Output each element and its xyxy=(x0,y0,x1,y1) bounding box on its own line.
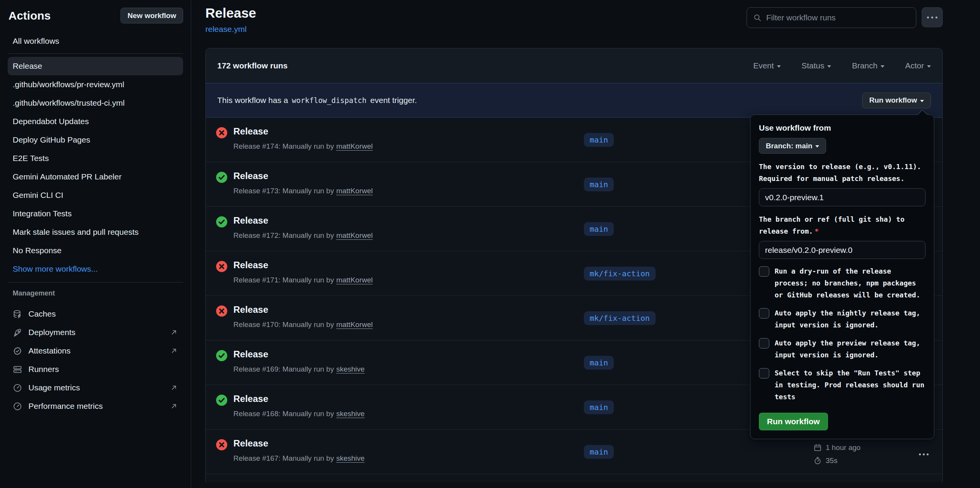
filter-dropdown-label: Event xyxy=(753,61,774,70)
filter-dropdown[interactable]: Event xyxy=(753,61,781,70)
sidebar-management-item[interactable]: Usage metrics xyxy=(8,378,183,397)
sidebar-management-item[interactable]: Attestations xyxy=(8,342,183,360)
run-workflow-submit-button[interactable]: Run workflow xyxy=(759,413,828,430)
calendar-icon xyxy=(813,443,822,452)
management-item-icon xyxy=(13,328,22,337)
ref-input[interactable] xyxy=(759,241,925,259)
sidebar-divider xyxy=(8,282,183,282)
run-options-kebab[interactable] xyxy=(919,453,929,455)
checkbox-label: Select to skip the "Run Tests" step in t… xyxy=(775,367,925,403)
search-icon xyxy=(753,13,762,22)
sidebar-workflow-item[interactable]: Mark stale issues and pull requests xyxy=(8,223,183,241)
workflow-file-link[interactable]: release.yml xyxy=(205,25,246,34)
failure-x-icon xyxy=(216,261,228,272)
sidebar-workflow-label: Dependabot Updates xyxy=(13,117,89,126)
sidebar-management-item[interactable]: Runners xyxy=(8,360,183,378)
actor-link[interactable]: skeshive xyxy=(336,454,365,462)
actor-link[interactable]: mattKorwel xyxy=(336,320,373,329)
sidebar-workflow-item[interactable]: .github/workflows/trusted-ci.yml xyxy=(8,94,183,112)
sidebar-workflow-item[interactable]: E2E Tests xyxy=(8,149,183,168)
chevron-down-icon xyxy=(777,65,781,70)
actor-link[interactable]: mattKorwel xyxy=(336,187,373,195)
branch-badge[interactable]: main xyxy=(584,400,614,414)
run-workflow-dropdown-button[interactable]: Run workflow xyxy=(862,93,931,108)
sidebar-workflow-item[interactable]: No Response xyxy=(8,241,183,260)
filter-dropdown[interactable]: Actor xyxy=(905,61,931,70)
management-item-icon xyxy=(13,402,22,411)
branch-select-button[interactable]: Branch: main xyxy=(759,138,826,154)
branch-badge[interactable]: mk/fix-action xyxy=(584,311,656,325)
filter-workflow-runs-box xyxy=(747,7,916,28)
external-link-icon xyxy=(170,328,178,337)
management-item-label: Caches xyxy=(28,309,56,319)
actor-link[interactable]: mattKorwel xyxy=(336,142,373,150)
branch-badge[interactable]: main xyxy=(584,356,614,370)
run-description: Release #172: Manually run bymattKorwel xyxy=(233,231,373,240)
branch-badge[interactable]: main xyxy=(584,445,614,459)
show-more-workflows-link[interactable]: Show more workflows... xyxy=(8,260,183,278)
required-asterisk: * xyxy=(815,227,819,235)
filter-dropdown[interactable]: Status xyxy=(802,61,831,70)
sidebar-workflow-label: Gemini Automated PR Labeler xyxy=(13,172,122,181)
filter-workflow-runs-input[interactable] xyxy=(766,13,910,22)
workflow-input-checkbox-row[interactable]: Auto apply the preview release tag, inpu… xyxy=(759,337,925,361)
run-description: Release #169: Manually run byskeshive xyxy=(233,365,365,373)
sidebar-workflow-item[interactable]: Gemini Automated PR Labeler xyxy=(8,168,183,186)
sidebar-workflow-item[interactable]: Release xyxy=(8,57,183,75)
version-input[interactable] xyxy=(759,188,925,206)
checkbox-label: Run a dry-run of the release process; no… xyxy=(775,265,925,301)
branch-badge[interactable]: main xyxy=(584,222,614,236)
workflow-input-checkbox-row[interactable]: Run a dry-run of the release process; no… xyxy=(759,265,925,301)
run-title-link[interactable]: Release xyxy=(233,126,268,137)
checkbox[interactable] xyxy=(759,308,769,319)
actor-link[interactable]: mattKorwel xyxy=(336,276,373,284)
actor-link[interactable]: mattKorwel xyxy=(336,231,373,239)
success-check-icon xyxy=(216,350,228,362)
checkbox[interactable] xyxy=(759,338,769,349)
actor-link[interactable]: skeshive xyxy=(336,410,365,418)
failure-x-icon xyxy=(216,127,228,139)
sidebar-item-all-workflows[interactable]: All workflows xyxy=(8,32,183,50)
run-title-link[interactable]: Release xyxy=(233,349,268,360)
chevron-down-icon xyxy=(827,65,831,70)
sidebar-divider xyxy=(8,53,183,54)
run-title-link[interactable]: Release xyxy=(233,171,268,181)
run-title-link[interactable]: Release xyxy=(233,438,268,449)
checkbox[interactable] xyxy=(759,368,769,378)
sidebar-workflow-label: .github/workflows/pr-review.yml xyxy=(13,80,124,89)
workflow-input-checkbox-row[interactable]: Auto apply the nightly release tag, inpu… xyxy=(759,307,925,331)
run-title-link[interactable]: Release xyxy=(233,215,268,226)
sidebar-workflow-item[interactable]: .github/workflows/pr-review.yml xyxy=(8,75,183,94)
banner-text: This workflow has a workflow_dispatch ev… xyxy=(217,96,417,105)
run-title-link[interactable]: Release xyxy=(233,260,268,271)
panel-heading: Use workflow from xyxy=(759,123,925,133)
run-title-link[interactable]: Release xyxy=(233,304,268,315)
sidebar-workflow-label: .github/workflows/trusted-ci.yml xyxy=(13,98,125,107)
workflow-dispatch-banner: This workflow has a workflow_dispatch ev… xyxy=(206,83,942,118)
sidebar-workflow-item[interactable]: Deploy GitHub Pages xyxy=(8,131,183,149)
new-workflow-button[interactable]: New workflow xyxy=(121,8,183,23)
workflow-options-kebab-button[interactable] xyxy=(922,7,943,27)
workflow-input-checkbox-row[interactable]: Select to skip the "Run Tests" step in t… xyxy=(759,367,925,403)
chevron-down-icon xyxy=(815,145,819,149)
run-time: 1 hour ago xyxy=(826,443,861,452)
filter-dropdown[interactable]: Branch xyxy=(852,61,884,70)
branch-badge[interactable]: main xyxy=(584,133,614,147)
sidebar-management-item[interactable]: Deployments xyxy=(8,323,183,342)
actions-sidebar: Actions New workflow All workflows Relea… xyxy=(0,0,191,488)
sidebar-workflow-item[interactable]: Integration Tests xyxy=(8,204,183,223)
run-title-link[interactable]: Release xyxy=(233,393,268,404)
sidebar-management-item[interactable]: Performance metrics xyxy=(8,397,183,415)
actions-title: Actions xyxy=(8,9,51,22)
sidebar-workflow-item[interactable]: Dependabot Updates xyxy=(8,112,183,131)
branch-badge[interactable]: mk/fix-action xyxy=(584,267,656,281)
sidebar-workflow-item[interactable]: Gemini CLI CI xyxy=(8,186,183,204)
success-check-icon xyxy=(216,394,228,406)
ref-input-label: The branch or ref (full git sha) to rele… xyxy=(759,213,925,237)
sidebar-management-item[interactable]: Caches xyxy=(8,305,183,323)
checkbox[interactable] xyxy=(759,266,769,277)
runs-count: 172 workflow runs xyxy=(217,61,288,70)
branch-badge[interactable]: main xyxy=(584,178,614,191)
main-header: Release release.yml xyxy=(191,0,980,48)
actor-link[interactable]: skeshive xyxy=(336,365,365,373)
